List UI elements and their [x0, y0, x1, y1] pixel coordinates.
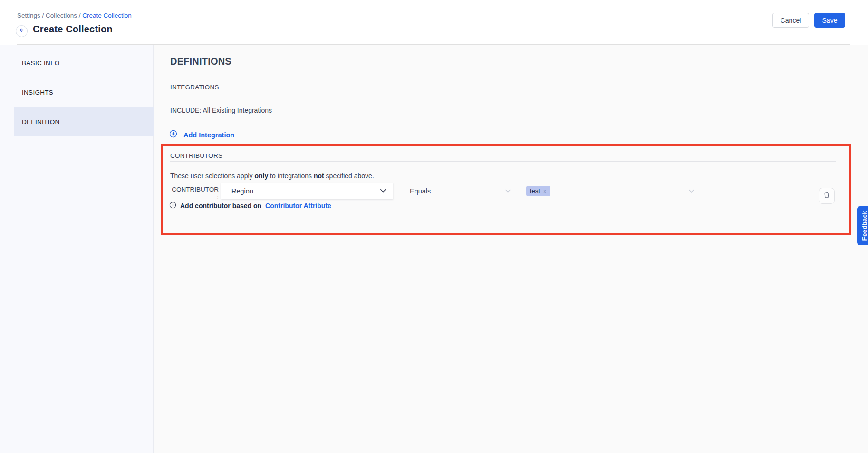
integrations-divider: [170, 96, 836, 96]
sidebar-item-insights[interactable]: INSIGHTS: [14, 77, 154, 107]
contributors-note: These user selections apply only to inte…: [170, 172, 374, 180]
delete-contributor-rule-button[interactable]: [819, 188, 835, 204]
add-integration-label: Add Integration: [183, 131, 234, 139]
save-button[interactable]: Save: [814, 13, 845, 28]
circle-plus-icon: [169, 202, 176, 210]
contributor-label-text: CONTRIBUTOR: [171, 186, 219, 193]
cancel-button[interactable]: Cancel: [772, 13, 809, 28]
contributor-label-colon: :: [171, 193, 219, 201]
page-title: Create Collection: [33, 24, 113, 35]
chevron-down-icon: [380, 189, 386, 193]
remove-tag-icon[interactable]: x: [543, 188, 546, 194]
operator-selected-value: Equals: [410, 187, 505, 195]
attribute-selected-value: Region: [231, 187, 380, 195]
operator-select[interactable]: Equals: [404, 183, 516, 199]
sidebar-item-definition[interactable]: DEFINITION: [14, 107, 154, 136]
integrations-section-label: INTEGRATIONS: [170, 84, 219, 91]
circle-plus-icon: [169, 130, 177, 140]
feedback-tab[interactable]: Feedback: [857, 206, 868, 245]
contributor-attribute-link[interactable]: Contributor Attribute: [265, 202, 331, 210]
add-contributor-row[interactable]: Add contributor based on Contributor Att…: [169, 202, 331, 210]
sidebar-item-basic-info[interactable]: BASIC INFO: [14, 48, 154, 77]
back-button[interactable]: [16, 25, 28, 37]
note-text: specified above.: [324, 172, 374, 180]
note-bold-only: only: [254, 172, 268, 180]
note-text: to integrations: [268, 172, 314, 180]
contributors-section-label: CONTRIBUTORS: [170, 152, 222, 159]
contributor-row-label: CONTRIBUTOR :: [171, 186, 221, 201]
include-integrations-text: INCLUDE: All Existing Integrations: [170, 106, 272, 114]
definitions-heading: DEFINITIONS: [170, 56, 231, 67]
trash-icon: [823, 191, 830, 201]
sidebar: BASIC INFO INSIGHTS DEFINITION: [0, 45, 154, 453]
contributors-divider: [170, 161, 836, 162]
feedback-tab-label: Feedback: [861, 211, 868, 241]
breadcrumb-path: Settings / Collections /: [17, 12, 82, 19]
contributor-attribute-select[interactable]: Region: [221, 183, 393, 199]
create-collection-page: Settings / Collections / Create Collecti…: [0, 0, 868, 453]
value-tag-label: test: [530, 187, 540, 194]
back-arrow-icon: [18, 27, 25, 36]
breadcrumb: Settings / Collections / Create Collecti…: [17, 12, 132, 19]
add-integration-button[interactable]: Add Integration: [169, 130, 234, 140]
note-text: These user selections apply: [170, 172, 254, 180]
add-contributor-text: Add contributor based on: [180, 202, 261, 210]
chevron-down-icon: [688, 189, 694, 193]
breadcrumb-current-link[interactable]: Create Collection: [82, 12, 132, 19]
value-tag: test x: [526, 186, 550, 196]
main-content: DEFINITIONS INTEGRATIONS INCLUDE: All Ex…: [154, 45, 868, 453]
note-bold-not: not: [314, 172, 324, 180]
values-multiselect[interactable]: test x: [523, 183, 699, 199]
chevron-down-icon: [505, 189, 511, 193]
page-header: Settings / Collections / Create Collecti…: [0, 0, 868, 45]
